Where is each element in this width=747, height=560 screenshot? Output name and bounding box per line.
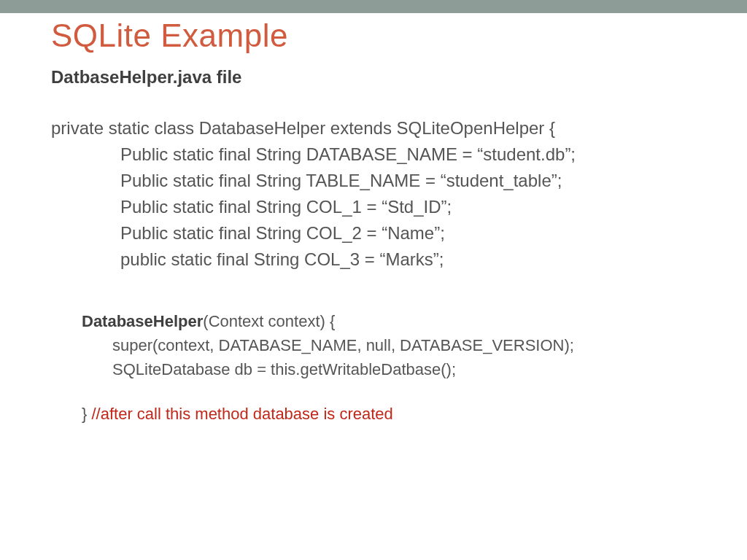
code-line: super(context, DATABASE_NAME, null, DATA… <box>82 333 696 357</box>
code-comment: //after call this method database is cre… <box>87 405 392 423</box>
constructor-block: DatabaseHelper(Context context) { super(… <box>51 309 696 426</box>
top-bar <box>0 0 747 13</box>
slide-content: SQLite Example DatbaseHelper.java file p… <box>0 18 747 426</box>
constructor-params: (Context context) { <box>203 312 335 330</box>
file-name-heading: DatbaseHelper.java file <box>51 67 696 88</box>
code-line: Public static final String DATABASE_NAME… <box>51 141 696 168</box>
code-line: Public static final String TABLE_NAME = … <box>51 168 696 194</box>
code-line: Public static final String COL_2 = “Name… <box>51 220 696 246</box>
code-line: private static class DatabaseHelper exte… <box>51 115 696 141</box>
slide-title: SQLite Example <box>51 18 696 54</box>
code-line: public static final String COL_3 = “Mark… <box>51 246 696 273</box>
constructor-close: } //after call this method database is c… <box>82 402 696 426</box>
constructor-name: DatabaseHelper <box>82 312 203 330</box>
class-declaration-block: private static class DatabaseHelper exte… <box>51 115 696 273</box>
code-line: SQLiteDatabase db = this.getWritableDatb… <box>82 357 696 381</box>
code-line: Public static final String COL_1 = “Std_… <box>51 194 696 220</box>
constructor-signature: DatabaseHelper(Context context) { <box>82 309 696 333</box>
